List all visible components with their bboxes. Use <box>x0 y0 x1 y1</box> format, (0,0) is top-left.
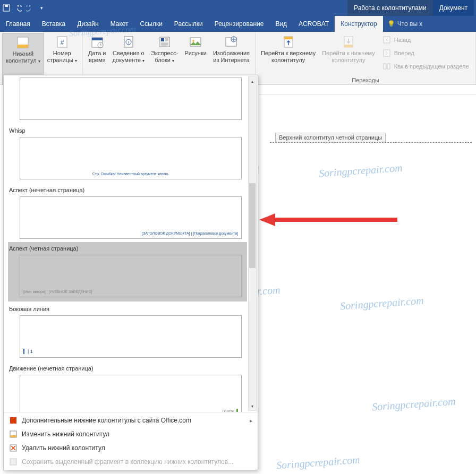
back-icon <box>382 36 391 44</box>
pagenum-label1: Номер <box>53 50 71 57</box>
ruler[interactable] <box>259 85 476 94</box>
gallery-item-preview[interactable]: | 1 <box>20 315 242 358</box>
svg-text:i: i <box>128 40 129 45</box>
svg-rect-13 <box>161 38 164 41</box>
svg-rect-25 <box>384 50 390 56</box>
gh-l2: колонтитулу <box>271 57 305 64</box>
gf-l1: Перейти к нижнему <box>322 50 375 57</box>
scroll-down-icon[interactable]: ▾ <box>249 402 256 410</box>
gallery-category-label: Аспект (четная страница) <box>8 243 247 254</box>
gallery-list[interactable]: Whisp Стр. Ошибка! Неизвестный аргумент … <box>4 75 258 412</box>
tab-references[interactable]: Ссылки <box>134 16 168 32</box>
save-selection-to-gallery: Сохранить выделенный фрагмент в коллекци… <box>4 455 258 469</box>
svg-rect-27 <box>387 64 390 69</box>
tell-me[interactable]: 💡 Что вы х <box>387 20 423 28</box>
page-number-icon: # <box>55 35 70 49</box>
header-tag: Верхний колонтитул четной страницы <box>275 133 386 142</box>
save-selection-icon <box>9 458 18 466</box>
gallery-item-preview[interactable] <box>20 77 242 120</box>
online-l1: Изображения <box>213 50 250 57</box>
redo-icon[interactable] <box>26 4 34 12</box>
chevron-down-icon: ▾ <box>75 58 77 63</box>
goto-header-icon <box>281 35 296 49</box>
datetime-l1: Дата и <box>88 50 106 57</box>
online-l2: из Интернета <box>213 57 249 64</box>
group-navigation: Перейти к верхнему колонтитулу Перейти к… <box>256 32 476 84</box>
svg-rect-14 <box>165 38 168 41</box>
save-sel-label: Сохранить выделенный фрагмент в коллекци… <box>22 458 233 466</box>
svg-rect-30 <box>10 435 16 437</box>
edit-footer[interactable]: Изменить нижний колонтитул <box>4 427 258 441</box>
qat-custom-icon[interactable]: ▾ <box>37 4 46 12</box>
context-tab-header-footer[interactable]: Работа с колонтитулами <box>347 0 433 16</box>
docinfo-l2: документе <box>112 57 141 63</box>
remove-footer-icon <box>9 444 18 452</box>
nav-back: Назад <box>380 34 471 46</box>
tab-design[interactable]: Дизайн <box>71 16 104 32</box>
quickparts-icon <box>157 35 172 49</box>
tab-review[interactable]: Рецензирование <box>209 16 270 32</box>
chevron-down-icon: ▾ <box>142 58 144 63</box>
svg-rect-26 <box>384 64 386 69</box>
gallery-scrollbar[interactable]: ▴ ▾ <box>248 76 257 411</box>
edit-footer-icon <box>9 430 18 438</box>
datetime-l2: время <box>89 57 106 64</box>
gallery-category-label: Боковая линия <box>8 301 247 314</box>
office-icon <box>9 416 18 425</box>
tab-mailings[interactable]: Рассылки <box>168 16 209 32</box>
gallery-sample-text: | 1 <box>23 349 33 354</box>
tab-insert[interactable]: Вставка <box>36 16 72 32</box>
goto-header-button[interactable]: Перейти к верхнему колонтитулу <box>258 33 319 77</box>
gallery-category-label: Аспект (нечетная страница) <box>8 183 247 195</box>
undo-icon[interactable] <box>14 4 22 12</box>
forward-label: Вперед <box>394 50 414 56</box>
gallery-item-preview[interactable]: [ЗАГОЛОВОК ДОКУМЕНТА] | [Подзаголовок до… <box>20 196 242 239</box>
gallery-item-preview[interactable]: [Дата] <box>20 375 242 412</box>
annotation-arrow <box>259 212 397 227</box>
gallery-sample-text: Стр. Ошибка! Неизвестный аргумент ключа. <box>92 172 169 176</box>
gf-l2: колонтитулу <box>332 57 365 64</box>
svg-rect-15 <box>161 42 168 46</box>
svg-rect-32 <box>10 459 16 465</box>
qp-l2: блоки <box>155 57 171 63</box>
tab-view[interactable]: Вид <box>269 16 293 32</box>
gallery-footer: Дополнительные нижние колонтитулы с сайт… <box>4 412 258 470</box>
ribbon-tabs: Главная Вставка Дизайн Макет Ссылки Расс… <box>0 16 476 32</box>
footer-icon <box>15 36 30 49</box>
chevron-right-icon: ▸ <box>250 418 252 424</box>
page[interactable]: Верхний колонтитул четной страницы <box>270 142 472 471</box>
svg-rect-24 <box>384 37 390 43</box>
pagenum-label2: страницы <box>47 57 73 63</box>
forward-icon <box>382 49 391 57</box>
tab-home[interactable]: Главная <box>0 16 36 32</box>
link-previous-icon <box>382 62 391 71</box>
scrollbar-thumb[interactable] <box>249 183 256 268</box>
tab-constructor[interactable]: Конструктор <box>335 16 382 32</box>
tab-layout[interactable]: Макет <box>105 16 134 32</box>
gallery-sample-text: [Имя автора] | [УЧЕБНОЕ ЗАВЕДЕНИЕ] <box>23 290 92 294</box>
docinfo-l1: Сведения о <box>113 50 144 57</box>
back-label: Назад <box>394 37 411 43</box>
svg-rect-23 <box>344 45 353 47</box>
tab-acrobat[interactable]: ACROBAT <box>293 16 335 32</box>
prev-section-label: Как в предыдущем разделе <box>394 63 469 70</box>
scroll-up-icon[interactable]: ▴ <box>249 77 256 85</box>
remove-footer[interactable]: Удалить нижний колонтитул <box>4 441 258 455</box>
online-pictures-icon <box>224 35 239 49</box>
gallery-item-preview[interactable]: Стр. Ошибка! Неизвестный аргумент ключа. <box>20 137 242 179</box>
context-tab-document[interactable]: Документ <box>433 0 474 16</box>
bulb-icon: 💡 <box>387 20 395 28</box>
gallery-item-preview-selected[interactable]: [Имя автора] | [УЧЕБНОЕ ЗАВЕДЕНИЕ] <box>20 255 242 297</box>
titlebar: ▾ Работа с колонтитулами Документ <box>0 0 476 16</box>
goto-footer-button: Перейти к нижнему колонтитулу <box>319 33 378 77</box>
more-footers-online[interactable]: Дополнительные нижние колонтитулы с сайт… <box>4 413 258 427</box>
remove-label: Удалить нижний колонтитул <box>22 444 105 452</box>
goto-footer-icon <box>341 35 356 49</box>
footer-label1: Нижний <box>12 50 33 57</box>
nav-forward: Вперед <box>380 47 471 59</box>
gallery-category-label: Whisp <box>8 123 247 136</box>
tell-me-label: Что вы х <box>397 20 423 28</box>
save-icon[interactable] <box>2 4 11 12</box>
gallery-category-label: Движение (нечетная страница) <box>8 361 247 374</box>
svg-point-17 <box>192 40 194 42</box>
